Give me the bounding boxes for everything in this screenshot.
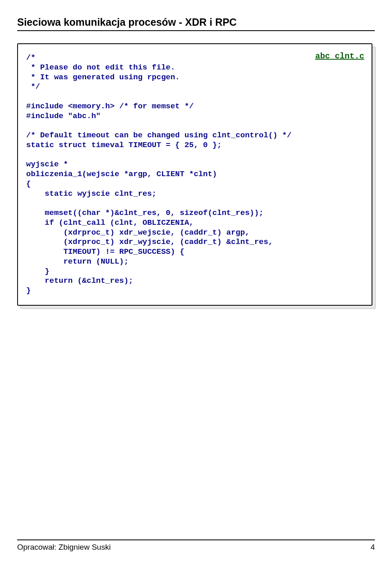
page-footer: Opracował: Zbigniew Suski 4 [17, 539, 375, 552]
code-block: abc_clnt.c /* * Please do not edit this … [17, 43, 372, 306]
page-title: Sieciowa komunikacja procesów - XDR i RP… [17, 16, 375, 31]
header-text: Sieciowa komunikacja procesów - XDR i RP… [17, 16, 237, 28]
page: Sieciowa komunikacja procesów - XDR i RP… [0, 0, 392, 564]
code-block-outer: abc_clnt.c /* * Please do not edit this … [17, 43, 372, 306]
footer-author: Opracował: Zbigniew Suski [17, 543, 111, 552]
code-body: /* * Please do not edit this file. * It … [26, 53, 363, 296]
code-filename: abc_clnt.c [315, 51, 364, 61]
footer-page-number: 4 [370, 543, 375, 552]
